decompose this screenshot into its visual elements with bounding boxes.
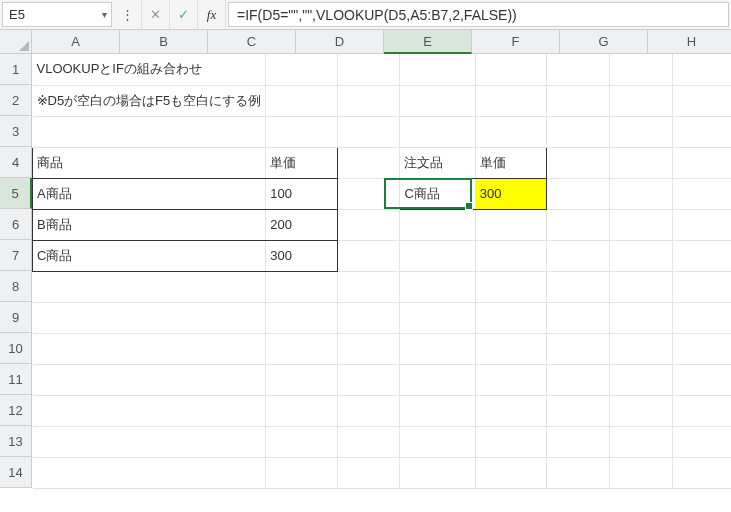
column-header-B[interactable]: B: [120, 30, 208, 54]
row-header-5[interactable]: 5: [0, 178, 32, 209]
cell-B7[interactable]: 300: [266, 240, 337, 271]
cell-G7[interactable]: [609, 240, 672, 271]
cell-E5[interactable]: 300: [475, 178, 546, 209]
cell-D2[interactable]: [400, 85, 475, 116]
cell-B14[interactable]: [266, 457, 337, 488]
cell-C4[interactable]: [337, 147, 400, 178]
cell-B12[interactable]: [266, 395, 337, 426]
cell-D1[interactable]: [400, 54, 475, 85]
cell-H13[interactable]: [672, 426, 731, 457]
cell-H10[interactable]: [672, 333, 731, 364]
confirm-button[interactable]: ✓: [170, 0, 198, 29]
cancel-button[interactable]: ✕: [142, 0, 170, 29]
row-header-7[interactable]: 7: [0, 240, 32, 271]
cell-H6[interactable]: [672, 209, 731, 240]
cell-A8[interactable]: [33, 271, 266, 302]
cell-A4[interactable]: 商品: [33, 147, 266, 178]
row-header-14[interactable]: 14: [0, 457, 32, 488]
cell-D12[interactable]: [400, 395, 475, 426]
cell-E14[interactable]: [475, 457, 546, 488]
cell-C11[interactable]: [337, 364, 400, 395]
cell-B6[interactable]: 200: [266, 209, 337, 240]
cell-F13[interactable]: [547, 426, 610, 457]
cell-A1[interactable]: VLOOKUPとIFの組み合わせ: [33, 54, 266, 85]
cell-A7[interactable]: C商品: [33, 240, 266, 271]
select-all-corner[interactable]: [0, 30, 32, 54]
row-header-10[interactable]: 10: [0, 333, 32, 364]
cell-F11[interactable]: [547, 364, 610, 395]
cell-F1[interactable]: [547, 54, 610, 85]
cell-E1[interactable]: [475, 54, 546, 85]
cell-C6[interactable]: [337, 209, 400, 240]
column-header-E[interactable]: E: [384, 30, 472, 54]
cell-C3[interactable]: [337, 116, 400, 147]
row-header-6[interactable]: 6: [0, 209, 32, 240]
column-header-F[interactable]: F: [472, 30, 560, 54]
cell-F8[interactable]: [547, 271, 610, 302]
cell-C8[interactable]: [337, 271, 400, 302]
cell-F10[interactable]: [547, 333, 610, 364]
column-header-A[interactable]: A: [32, 30, 120, 54]
row-header-3[interactable]: 3: [0, 116, 32, 147]
cell-C1[interactable]: [337, 54, 400, 85]
cell-H3[interactable]: [672, 116, 731, 147]
cell-B2[interactable]: [266, 85, 337, 116]
cell-G10[interactable]: [609, 333, 672, 364]
cell-H12[interactable]: [672, 395, 731, 426]
cell-E12[interactable]: [475, 395, 546, 426]
cell-F12[interactable]: [547, 395, 610, 426]
cell-H8[interactable]: [672, 271, 731, 302]
cell-G12[interactable]: [609, 395, 672, 426]
cell-F3[interactable]: [547, 116, 610, 147]
cell-D5[interactable]: C商品: [400, 178, 475, 209]
cell-G1[interactable]: [609, 54, 672, 85]
cell-C10[interactable]: [337, 333, 400, 364]
cell-F6[interactable]: [547, 209, 610, 240]
cell-B8[interactable]: [266, 271, 337, 302]
row-header-13[interactable]: 13: [0, 426, 32, 457]
cell-C12[interactable]: [337, 395, 400, 426]
cell-E7[interactable]: [475, 240, 546, 271]
cell-A13[interactable]: [33, 426, 266, 457]
cell-H14[interactable]: [672, 457, 731, 488]
cell-F14[interactable]: [547, 457, 610, 488]
cell-A14[interactable]: [33, 457, 266, 488]
cell-D9[interactable]: [400, 302, 475, 333]
cell-H5[interactable]: [672, 178, 731, 209]
cell-E6[interactable]: [475, 209, 546, 240]
cell-D7[interactable]: [400, 240, 475, 271]
cell-A12[interactable]: [33, 395, 266, 426]
cell-F9[interactable]: [547, 302, 610, 333]
cell-F4[interactable]: [547, 147, 610, 178]
cell-G8[interactable]: [609, 271, 672, 302]
ellipsis-icon[interactable]: ⋮: [114, 0, 142, 29]
cell-C7[interactable]: [337, 240, 400, 271]
cell-C9[interactable]: [337, 302, 400, 333]
cell-G13[interactable]: [609, 426, 672, 457]
cell-B4[interactable]: 単価: [266, 147, 337, 178]
cell-B1[interactable]: [266, 54, 337, 85]
cell-D3[interactable]: [400, 116, 475, 147]
cell-H11[interactable]: [672, 364, 731, 395]
column-header-H[interactable]: H: [648, 30, 731, 54]
cell-F2[interactable]: [547, 85, 610, 116]
cell-B10[interactable]: [266, 333, 337, 364]
cell-D8[interactable]: [400, 271, 475, 302]
cell-C14[interactable]: [337, 457, 400, 488]
cell-G2[interactable]: [609, 85, 672, 116]
cell-G9[interactable]: [609, 302, 672, 333]
cell-H2[interactable]: [672, 85, 731, 116]
cell-C13[interactable]: [337, 426, 400, 457]
cell-A9[interactable]: [33, 302, 266, 333]
cell-F5[interactable]: [547, 178, 610, 209]
cell-C2[interactable]: [337, 85, 400, 116]
chevron-down-icon[interactable]: ▾: [102, 9, 107, 20]
cell-A10[interactable]: [33, 333, 266, 364]
cell-H9[interactable]: [672, 302, 731, 333]
cell-E4[interactable]: 単価: [475, 147, 546, 178]
cell-C5[interactable]: [337, 178, 400, 209]
name-box[interactable]: E5 ▾: [2, 2, 112, 27]
column-header-D[interactable]: D: [296, 30, 384, 54]
cell-H1[interactable]: [672, 54, 731, 85]
cell-D14[interactable]: [400, 457, 475, 488]
